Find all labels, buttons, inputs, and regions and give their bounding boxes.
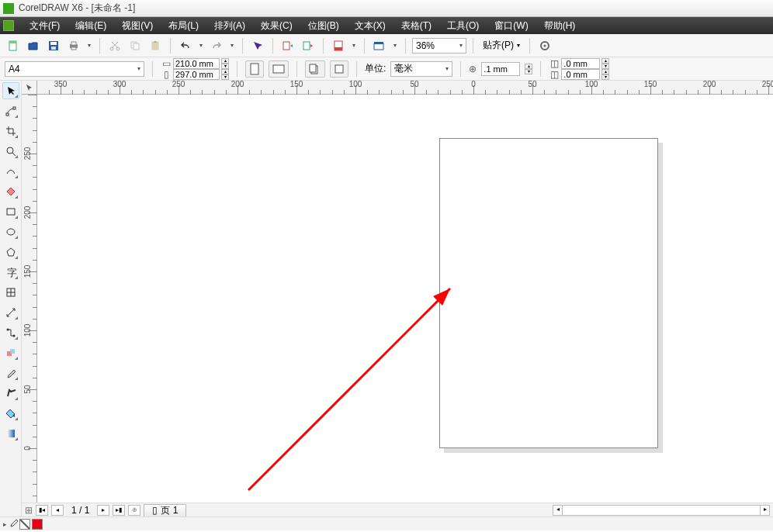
add-page-button[interactable]: ⊕ (128, 505, 140, 516)
redo-button[interactable] (208, 37, 225, 54)
last-page-button[interactable]: ▸▮ (113, 505, 125, 516)
spinner[interactable]: ▴▾ (601, 69, 609, 80)
polygon-tool[interactable] (2, 244, 19, 261)
save-button[interactable] (45, 37, 62, 54)
svg-rect-15 (303, 42, 310, 50)
dimension-tool[interactable] (2, 304, 19, 321)
svg-rect-17 (335, 47, 342, 50)
window-title: CorelDRAW X6 - [未命名 -1] (19, 2, 135, 15)
spinner[interactable]: ▴▾ (221, 58, 229, 69)
workspace: 字 35030025020015010050050100150200250 25… (0, 81, 773, 516)
dropdown-icon[interactable]: ▾ (228, 37, 236, 54)
spinner[interactable]: ▴▾ (601, 58, 609, 69)
export-button[interactable] (300, 37, 317, 54)
separator (242, 38, 243, 54)
palette-flyout-icon[interactable]: ▸ (3, 520, 7, 528)
eyedropper-tool[interactable] (2, 364, 19, 382)
horizontal-ruler[interactable]: 35030025020015010050050100150200250 (37, 81, 773, 95)
svg-rect-3 (50, 42, 57, 45)
page-height-input[interactable] (173, 69, 220, 80)
shape-tool[interactable] (2, 102, 19, 119)
interactive-effects-tool[interactable] (2, 344, 19, 361)
menu-item[interactable]: 视图(V) (114, 17, 161, 34)
spinner[interactable]: ▴▾ (525, 64, 532, 74)
publish-pdf-button[interactable] (330, 37, 347, 54)
svg-rect-11 (133, 43, 139, 50)
first-page-button[interactable]: ▮◂ (36, 505, 48, 516)
menu-item[interactable]: 效果(C) (253, 17, 300, 34)
horizontal-scrollbar[interactable]: ◂▸ (553, 505, 770, 516)
paper-size-combo[interactable]: A4▾ (5, 61, 144, 77)
options-button[interactable] (536, 37, 553, 54)
copy-button[interactable] (127, 37, 144, 54)
zoom-combo[interactable]: 36%▾ (412, 38, 466, 54)
undo-button[interactable] (177, 37, 194, 54)
menu-item[interactable]: 排列(A) (206, 17, 253, 34)
page-width-input[interactable] (173, 58, 220, 69)
separator (364, 38, 365, 54)
menu-item[interactable]: 位图(B) (300, 17, 347, 34)
pick-tool[interactable] (2, 82, 19, 99)
cut-button[interactable] (106, 37, 123, 54)
landscape-button[interactable] (269, 60, 289, 78)
drawing-canvas[interactable] (37, 95, 773, 516)
vertical-ruler[interactable]: 250200150100500 (22, 95, 37, 516)
dropdown-icon[interactable]: ▾ (391, 37, 399, 54)
current-page-button[interactable] (330, 60, 348, 78)
table-tool[interactable] (2, 284, 19, 301)
search-content-button[interactable] (249, 37, 266, 54)
dropdown-icon[interactable]: ▾ (350, 37, 358, 54)
dropdown-icon[interactable]: ▾ (85, 37, 93, 54)
menu-item[interactable]: 文本(X) (347, 17, 393, 34)
all-pages-button[interactable] (305, 60, 325, 78)
rectangle-tool[interactable] (2, 203, 19, 220)
freehand-tool[interactable] (2, 163, 19, 180)
menu-item[interactable]: 工具(O) (439, 17, 487, 34)
no-fill-swatch[interactable] (19, 519, 30, 530)
portrait-button[interactable] (245, 60, 264, 78)
palette-eyedropper-icon[interactable] (9, 518, 18, 530)
zoom-tool[interactable] (2, 143, 19, 160)
dropdown-icon[interactable]: ▾ (197, 37, 205, 54)
paste-button[interactable] (147, 37, 164, 54)
dup-y-input[interactable] (561, 69, 600, 80)
ellipse-tool[interactable] (2, 223, 19, 240)
page-sorter-icon[interactable]: ⊞ (25, 505, 33, 516)
page-tab[interactable]: ▯页 1 (144, 504, 186, 516)
interactive-fill-tool[interactable] (2, 425, 19, 442)
svg-rect-27 (6, 113, 9, 116)
snap-dropdown[interactable]: 贴齐(P) ▾ (480, 37, 523, 54)
open-button[interactable] (25, 37, 42, 54)
connector-tool[interactable] (2, 324, 19, 341)
crop-tool[interactable] (2, 123, 19, 140)
dup-y-icon: ◫ (549, 69, 560, 80)
color-palette: ▸ (0, 516, 773, 530)
nudge-input[interactable] (481, 62, 520, 76)
separator (405, 38, 406, 54)
text-tool[interactable]: 字 (2, 264, 19, 281)
svg-rect-22 (251, 64, 258, 74)
canvas-area: 35030025020015010050050100150200250 2502… (22, 81, 773, 516)
dup-x-input[interactable] (561, 58, 600, 69)
ruler-origin[interactable] (22, 81, 37, 95)
print-button[interactable] (65, 37, 82, 54)
svg-rect-23 (273, 65, 284, 73)
menu-item[interactable]: 表格(T) (393, 17, 439, 34)
menu-item[interactable]: 文件(F) (22, 17, 68, 34)
fill-tool[interactable] (2, 405, 19, 422)
outline-tool[interactable] (2, 385, 19, 402)
color-swatch[interactable] (32, 519, 43, 530)
units-combo[interactable]: 毫米▾ (390, 61, 452, 77)
menu-item[interactable]: 布局(L) (161, 17, 206, 34)
menu-item[interactable]: 帮助(H) (536, 17, 584, 34)
spinner[interactable]: ▴▾ (221, 69, 229, 80)
menu-item[interactable]: 窗口(W) (487, 17, 536, 34)
import-button[interactable] (279, 37, 296, 54)
menu-item[interactable]: 编辑(E) (68, 17, 114, 34)
new-button[interactable] (5, 37, 22, 54)
next-page-button[interactable]: ▸ (97, 505, 109, 516)
prev-page-button[interactable]: ◂ (51, 505, 64, 516)
flower-shape[interactable] (61, 102, 255, 296)
smart-fill-tool[interactable] (2, 183, 19, 200)
app-launcher-button[interactable] (371, 37, 388, 54)
